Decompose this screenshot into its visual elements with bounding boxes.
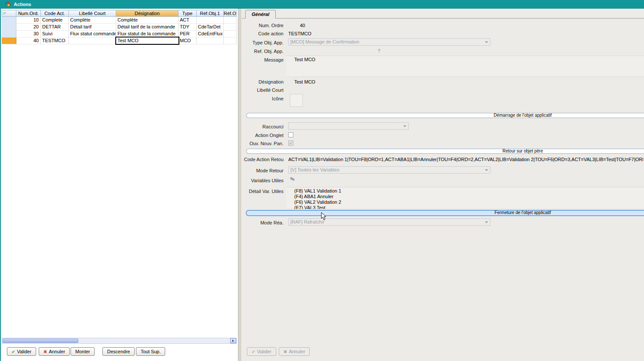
grid-cell[interactable]	[224, 17, 237, 24]
section-demarrage: Démarrage de l'objet applicatif	[246, 113, 644, 118]
table-header-row: Num.Ord. Code Act. Libellé Court Désigna…	[2, 10, 237, 17]
cross-icon	[43, 348, 47, 356]
panel-splitter[interactable]	[238, 9, 242, 361]
grid-cell[interactable]: 40	[16, 37, 41, 44]
raccourci-label: Raccourci	[243, 124, 283, 129]
tab-general[interactable]: Général	[245, 10, 276, 19]
raccourci-combobox[interactable]	[288, 122, 409, 130]
grid-cell[interactable]: 30	[16, 31, 41, 37]
section-fermeture[interactable]: Fermeture de l'objet applicatif	[246, 210, 644, 216]
grid-cell[interactable]: 10	[16, 17, 41, 24]
grid-cell[interactable]	[224, 31, 237, 37]
grid-cell[interactable]: DETTAR	[41, 24, 69, 31]
tab-divider	[242, 18, 644, 19]
chevron-down-icon[interactable]	[403, 125, 407, 127]
window-title: Actions	[14, 2, 31, 7]
code-action-value[interactable]: TESTMCO	[288, 31, 311, 36]
libelle-court-label: Libellé Court	[243, 87, 283, 93]
type-obj-app-combobox[interactable]: [MCO] Message de Confirmation	[288, 38, 490, 46]
message-field[interactable]: Test MCO	[287, 56, 644, 77]
grid-cell[interactable]: TESTMCO	[41, 37, 69, 44]
grid-cell[interactable]: CdeEntFlux	[197, 31, 224, 37]
actions-window: Actions Num.Ord. Code Act. Libellé Court…	[0, 0, 644, 361]
grid-cell[interactable]: 20	[16, 24, 41, 31]
grid-cell[interactable]	[224, 37, 237, 44]
horizontal-scrollbar[interactable]	[2, 338, 237, 344]
form-annuler-button[interactable]: Annuler	[279, 347, 310, 356]
ouv-nouv-pan-checkbox	[288, 140, 293, 146]
column-header-code-act[interactable]: Code Act.	[41, 10, 69, 17]
code-action-label: Code action	[243, 31, 283, 36]
table-row[interactable]: 10 Complete Complète Complète ACT	[2, 17, 237, 24]
check-icon	[12, 348, 15, 356]
grid-cell[interactable]: Détail tarif de la commande	[116, 24, 179, 31]
valider-label: Valider	[17, 348, 31, 355]
valider-button[interactable]: Valider	[7, 347, 36, 356]
row-marker[interactable]	[2, 17, 16, 24]
form-annuler-label: Annuler	[289, 348, 305, 355]
grid-cell-editing[interactable]: Test MCO	[116, 37, 179, 44]
grid-cell[interactable]: Complete	[41, 17, 69, 24]
action-onglet-label: Action Onglet	[243, 133, 283, 138]
column-header-type[interactable]: Type	[179, 10, 197, 17]
column-header-libelle-court[interactable]: Libellé Court	[69, 10, 116, 17]
action-onglet-checkbox[interactable]	[288, 132, 293, 137]
window-titlebar[interactable]: Actions	[1, 0, 644, 9]
variables-utiles-pen-icon[interactable]	[290, 176, 299, 184]
num-ordre-value[interactable]: 40	[300, 23, 305, 28]
mode-rea-combobox[interactable]: [RAF] Rafraîchir	[288, 218, 490, 226]
grid-cell[interactable]	[197, 37, 224, 44]
type-obj-app-label: Type Obj. App.	[243, 40, 283, 45]
icone-picker[interactable]	[290, 94, 303, 107]
tab-strip: Général	[242, 9, 644, 18]
grid-cell[interactable]: Suivi	[41, 31, 69, 37]
grid-cell[interactable]: CdeTarDet	[197, 24, 224, 31]
chevron-down-icon[interactable]	[485, 41, 488, 43]
mouse-cursor	[321, 212, 327, 222]
monter-label: Monter	[75, 348, 90, 355]
grid-cell[interactable]: MCO	[179, 37, 197, 44]
column-header-ref-obj-2[interactable]: Réf.Obj.2	[224, 10, 237, 17]
help-button[interactable]: ?	[378, 48, 380, 53]
grid-cell[interactable]	[224, 24, 237, 31]
form-valider-button[interactable]: Valider	[247, 347, 276, 356]
annuler-button[interactable]: Annuler	[39, 347, 70, 356]
app-icon	[5, 2, 10, 7]
variables-utiles-label: Variables Utiles	[243, 178, 283, 183]
scrollbar-thumb[interactable]	[3, 339, 78, 343]
designation-value[interactable]: Test MCO	[294, 79, 315, 84]
var-line: (F4) ABA1 Annuler	[294, 194, 644, 199]
grid-cell[interactable]	[197, 17, 224, 24]
message-label: Message	[243, 57, 283, 62]
chevron-down-icon[interactable]	[485, 221, 488, 223]
table-row[interactable]: 20 DETTAR Détail tarif Détail tarif de l…	[2, 24, 237, 31]
grid-cell[interactable]: TDY	[179, 24, 197, 31]
code-action-retour-value[interactable]: ACT=VAL1|LIB=Validation 1|TOU=F8|ORD=1,A…	[288, 157, 643, 162]
row-marker-selected[interactable]	[2, 37, 16, 44]
table-row-selected[interactable]: 40 TESTMCO Test MCO MCO	[2, 37, 237, 44]
row-marker[interactable]	[2, 31, 16, 37]
descendre-button[interactable]: Descendre	[102, 347, 135, 356]
row-marker[interactable]	[2, 24, 16, 31]
detail-var-utiles-field[interactable]: (F8) VAL1 Validation 1 (F4) ABA1 Annuler…	[287, 187, 644, 209]
grid-cell[interactable]: Complète	[116, 17, 179, 24]
tout-sup-button[interactable]: Tout Sup.	[136, 347, 165, 356]
scrollbar-right-arrow[interactable]	[230, 338, 236, 343]
monter-button[interactable]: Monter	[71, 347, 95, 356]
var-line: (F8) VAL1 Validation 1	[294, 188, 644, 194]
column-header-designation[interactable]: Désignation	[116, 10, 179, 17]
grid-cell[interactable]: Détail tarif	[69, 24, 116, 31]
grid-cell[interactable]: Flux statut commande	[69, 31, 116, 37]
table-row[interactable]: 30 Suivi Flux statut commande Flux statu…	[2, 31, 237, 37]
select-all-header[interactable]	[2, 10, 16, 17]
grid-cell[interactable]: Flux statut de la commande	[116, 31, 179, 37]
grid-cell[interactable]: ACT	[179, 17, 197, 24]
grid-cell[interactable]: Complète	[69, 17, 116, 24]
grid-cell[interactable]	[69, 37, 116, 44]
form-valider-label: Valider	[257, 348, 271, 355]
column-header-num-ord[interactable]: Num.Ord.	[16, 10, 41, 17]
column-header-ref-obj-1[interactable]: Réf.Obj.1	[197, 10, 224, 17]
chevron-down-icon[interactable]	[485, 169, 488, 171]
mode-retour-combobox[interactable]: [V] Toutes les Variables	[288, 166, 490, 174]
grid-cell[interactable]: PER	[179, 31, 197, 37]
